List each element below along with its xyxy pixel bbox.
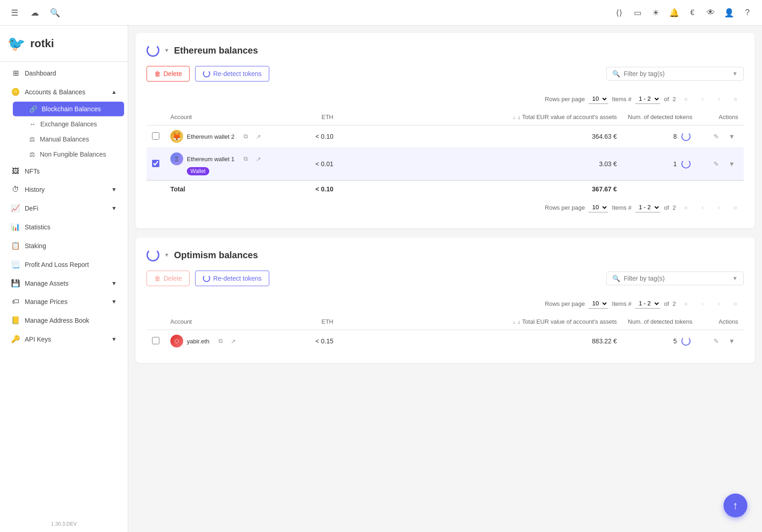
td-check[interactable] — [147, 330, 165, 353]
row-checkbox[interactable] — [152, 337, 159, 344]
last-page-btn[interactable]: » — [729, 201, 742, 214]
items-range-select[interactable]: 1 - 2 — [635, 299, 660, 309]
sidebar-sub-blockchain-balances[interactable]: 🔗 Blockchain Balances — [13, 102, 124, 116]
open-external-btn[interactable]: ↗ — [253, 153, 264, 164]
sidebar-item-label: Manage Prices — [25, 298, 107, 305]
account-actions: ⧉ ↗ — [240, 131, 264, 142]
eye-icon[interactable]: 👁 — [703, 5, 718, 20]
td-check[interactable] — [147, 148, 165, 181]
last-page-btn[interactable]: » — [729, 92, 742, 105]
expand-row-btn[interactable]: ▼ — [725, 157, 738, 170]
scroll-to-top-btn[interactable]: ↑ — [724, 494, 747, 517]
sidebar-item-label: DeFi — [25, 205, 107, 212]
sidebar-item-manage-prices[interactable]: 🏷 Manage Prices ▼ — [4, 293, 124, 310]
of-label: of — [664, 96, 669, 103]
refresh-tokens-btn[interactable] — [680, 157, 692, 170]
expand-row-btn[interactable]: ▼ — [725, 130, 738, 143]
sidebar-item-accounts-balances[interactable]: 🪙 Accounts & Balances ▲ — [4, 83, 124, 101]
open-external-btn[interactable]: ↗ — [228, 336, 239, 347]
rows-per-page-select-bottom[interactable]: 10 25 50 — [588, 202, 608, 212]
td-total-eth: < 0.10 — [293, 180, 339, 197]
total-count: 2 — [673, 204, 676, 211]
td-account: ⬡ yabir.eth ⧉ ↗ — [165, 330, 293, 353]
optimism-delete-button[interactable]: 🗑 Delete — [147, 271, 190, 286]
last-page-btn[interactable]: » — [729, 297, 742, 310]
td-tokens: 8 — [622, 125, 698, 148]
td-actions: ✎ ▼ — [698, 125, 744, 148]
edit-account-btn[interactable]: ✎ — [710, 335, 723, 347]
prev-page-btn[interactable]: ‹ — [696, 201, 709, 214]
display-icon[interactable]: ▭ — [630, 5, 645, 20]
td-actions: ✎ ▼ — [698, 330, 744, 353]
row-checkbox[interactable] — [152, 132, 159, 140]
refresh-tokens-btn[interactable] — [680, 130, 692, 143]
sidebar-sub-accounts: 🔗 Blockchain Balances ↔ Exchange Balance… — [0, 101, 128, 162]
sidebar-sub-manual-balances[interactable]: ⚖ Manual Balances — [13, 132, 124, 147]
main-content: ▼ Ethereum balances 🗑 Delete Re-detect t… — [128, 26, 762, 532]
notification-icon[interactable]: 🔔 — [667, 5, 681, 20]
brand: 🐦 rotki — [0, 26, 128, 60]
th-account: Account — [165, 109, 293, 125]
row-checkbox[interactable] — [152, 160, 159, 167]
sidebar-item-dashboard[interactable]: ⊞ Dashboard — [4, 64, 124, 82]
next-page-btn[interactable]: › — [713, 297, 725, 310]
brightness-icon[interactable]: ☀ — [648, 5, 663, 20]
rows-per-page-select[interactable]: 10 25 50 — [588, 94, 608, 104]
sidebar-item-profit-loss[interactable]: 📃 Profit And Loss Report — [4, 255, 124, 273]
sidebar-item-history[interactable]: ⏱ History ▼ — [4, 181, 124, 198]
sidebar-item-statistics[interactable]: 📊 Statistics — [4, 218, 124, 236]
items-range-select[interactable]: 1 - 2 — [635, 94, 660, 104]
sidebar-item-label: Profit And Loss Report — [25, 261, 117, 268]
currency-icon[interactable]: € — [685, 5, 700, 20]
items-range-select-bottom[interactable]: 1 - 2 — [635, 202, 660, 212]
sidebar-sub-nonfungible-balances[interactable]: ⚖ Non Fungible Balances — [13, 147, 124, 162]
prev-page-btn[interactable]: ‹ — [696, 92, 709, 105]
copy-address-btn[interactable]: ⧉ — [215, 336, 226, 347]
next-page-btn[interactable]: › — [713, 201, 725, 214]
copy-address-btn[interactable]: ⧉ — [240, 131, 251, 142]
delete-icon: 🗑 — [154, 275, 161, 282]
search-icon[interactable]: 🔍 — [48, 5, 62, 20]
optimism-redetect-button[interactable]: Re-detect tokens — [195, 271, 269, 286]
sidebar-item-label: Manage Assets — [25, 280, 107, 287]
sidebar-item-api-keys[interactable]: 🔑 API Keys ▼ — [4, 330, 124, 348]
sidebar-sub-exchange-balances[interactable]: ↔ Exchange Balances — [13, 117, 124, 131]
ethereum-redetect-button[interactable]: Re-detect tokens — [195, 66, 269, 81]
expand-row-btn[interactable]: ▼ — [725, 335, 738, 347]
edit-account-btn[interactable]: ✎ — [710, 130, 723, 143]
ethereum-filter-input[interactable] — [624, 70, 729, 77]
copy-address-btn[interactable]: ⧉ — [240, 153, 251, 164]
first-page-btn[interactable]: « — [680, 297, 692, 310]
prev-page-btn[interactable]: ‹ — [696, 297, 709, 310]
td-check[interactable] — [147, 125, 165, 148]
table-header-row: Account ETH ↓ ↓ Total EUR value of accou… — [147, 314, 744, 330]
open-external-btn[interactable]: ↗ — [253, 131, 264, 142]
first-page-btn[interactable]: « — [680, 201, 692, 214]
optimism-pagination-top: Rows per page 10 25 50 Items # 1 - 2 of … — [147, 293, 744, 314]
user-icon[interactable]: 👤 — [722, 5, 736, 20]
sidebar-item-defi[interactable]: 📈 DeFi ▼ — [4, 199, 124, 217]
edit-account-btn[interactable]: ✎ — [710, 157, 723, 170]
th-check — [147, 109, 165, 125]
sidebar-item-manage-assets[interactable]: 💾 Manage Assets ▼ — [4, 274, 124, 292]
ethereum-filter[interactable]: 🔍 ▼ — [606, 67, 744, 81]
rows-per-page-select[interactable]: 10 25 50 — [588, 299, 608, 309]
token-actions: 8 — [628, 130, 692, 143]
optimism-filter[interactable]: 🔍 ▼ — [606, 271, 744, 285]
ethereum-delete-button[interactable]: 🗑 Delete — [147, 66, 190, 81]
sidebar-item-staking[interactable]: 📋 Staking — [4, 237, 124, 255]
sidebar-item-nfts[interactable]: 🖼 NFTs — [4, 163, 124, 180]
help-icon[interactable]: ? — [740, 5, 755, 20]
defi-icon: 📈 — [11, 204, 20, 212]
td-eth: < 0.15 — [293, 330, 339, 353]
menu-icon[interactable]: ☰ — [7, 5, 22, 20]
account-name: yabir.eth — [187, 338, 209, 345]
refresh-tokens-btn[interactable] — [680, 335, 692, 347]
next-page-btn[interactable]: › — [713, 92, 725, 105]
code-icon[interactable]: ⟨⟩ — [612, 5, 626, 20]
cloud-icon[interactable]: ☁ — [27, 5, 42, 20]
sidebar-item-manage-address-book[interactable]: 📒 Manage Address Book — [4, 311, 124, 329]
first-page-btn[interactable]: « — [680, 92, 692, 105]
manual-icon: ⚖ — [29, 136, 35, 143]
optimism-filter-input[interactable] — [624, 275, 729, 282]
